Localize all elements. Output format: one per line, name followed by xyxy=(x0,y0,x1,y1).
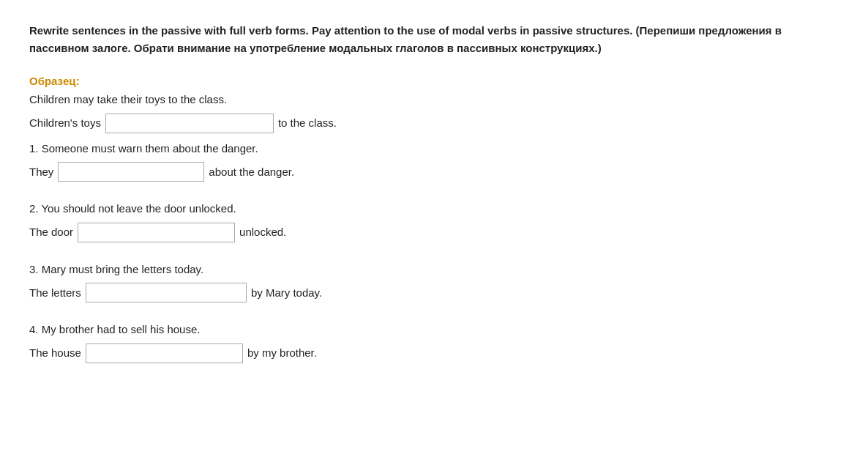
exercise-1-original: 1. Someone must warn them about the dang… xyxy=(29,139,839,158)
exercise-4-after: by my brother. xyxy=(247,343,317,363)
exercise-4-input[interactable] xyxy=(86,343,243,363)
exercise-1-input[interactable] xyxy=(58,162,204,182)
exercise-2-before: The door xyxy=(29,223,73,242)
exercise-4: 4. My brother had to sell his house. The… xyxy=(29,320,839,363)
exercise-3-passive: The letters by Mary today. xyxy=(29,283,839,302)
exercise-1: 1. Someone must warn them about the dang… xyxy=(29,139,839,182)
example-label: Образец: xyxy=(29,75,839,87)
exercise-2: 2. You should not leave the door unlocke… xyxy=(29,199,839,242)
exercise-3-input[interactable] xyxy=(86,283,247,302)
exercises-container: 1. Someone must warn them about the dang… xyxy=(29,139,839,363)
exercise-1-passive: They about the danger. xyxy=(29,162,839,182)
instructions-block: Rewrite sentences in the passive with fu… xyxy=(29,22,839,57)
exercise-2-original: 2. You should not leave the door unlocke… xyxy=(29,199,839,218)
exercise-3-before: The letters xyxy=(29,283,81,302)
example-before-input: Children's toys xyxy=(29,114,101,133)
exercise-3-original: 3. Mary must bring the letters today. xyxy=(29,260,839,279)
example-after-input: to the class. xyxy=(278,114,337,133)
example-passive: Children's toys to the class. xyxy=(29,114,839,133)
exercise-3-after: by Mary today. xyxy=(251,283,322,302)
exercise-4-before: The house xyxy=(29,343,81,363)
example-input[interactable] xyxy=(105,114,274,133)
exercise-4-original: 4. My brother had to sell his house. xyxy=(29,320,839,339)
example-section: Образец: Children may take their toys to… xyxy=(29,75,839,133)
exercise-2-after: unlocked. xyxy=(239,223,286,242)
example-original: Children may take their toys to the clas… xyxy=(29,90,839,109)
exercise-3: 3. Mary must bring the letters today. Th… xyxy=(29,260,839,303)
exercise-1-after: about the danger. xyxy=(209,163,294,182)
instructions-text: Rewrite sentences in the passive with fu… xyxy=(29,22,798,57)
exercise-2-passive: The door unlocked. xyxy=(29,223,839,242)
exercise-1-before: They xyxy=(29,163,53,182)
exercise-4-passive: The house by my brother. xyxy=(29,343,839,363)
exercise-2-input[interactable] xyxy=(78,223,235,242)
